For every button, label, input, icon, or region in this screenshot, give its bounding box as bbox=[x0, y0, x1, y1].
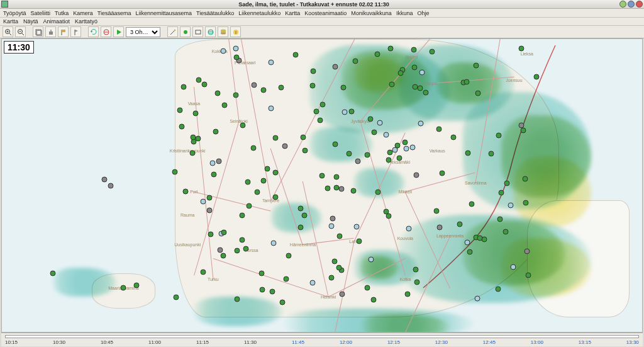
timeline[interactable]: 10:1510:3010:4511:0011:1511:3011:4512:00… bbox=[1, 333, 643, 346]
timeline-tick[interactable]: 11:15 bbox=[196, 339, 209, 347]
weather-station[interactable] bbox=[477, 236, 482, 241]
weather-station[interactable] bbox=[413, 84, 418, 90]
timeline-tick[interactable]: 10:45 bbox=[101, 339, 113, 347]
weather-station[interactable] bbox=[311, 68, 316, 74]
weather-station[interactable] bbox=[286, 253, 292, 259]
weather-station[interactable] bbox=[418, 120, 423, 126]
weather-station[interactable] bbox=[207, 207, 213, 213]
weather-station[interactable] bbox=[260, 287, 265, 292]
weather-station[interactable] bbox=[328, 224, 334, 229]
weather-station[interactable] bbox=[433, 208, 439, 213]
timeline-tick[interactable]: 10:15 bbox=[5, 339, 18, 347]
weather-station[interactable] bbox=[474, 296, 480, 302]
weather-station[interactable] bbox=[465, 150, 470, 156]
menu-item-8[interactable]: Kartta bbox=[284, 10, 301, 16]
weather-station[interactable] bbox=[525, 273, 531, 278]
weather-station[interactable] bbox=[333, 185, 339, 191]
weather-station[interactable] bbox=[386, 213, 392, 219]
menu-item-1[interactable]: Sateliitti bbox=[30, 10, 52, 16]
weather-station[interactable] bbox=[414, 279, 420, 285]
weather-station[interactable] bbox=[298, 224, 304, 230]
weather-station[interactable] bbox=[365, 285, 370, 291]
weather-station[interactable] bbox=[179, 124, 185, 130]
weather-station[interactable] bbox=[398, 71, 404, 76]
weather-station[interactable] bbox=[423, 90, 428, 96]
weather-station[interactable] bbox=[510, 265, 516, 270]
weather-station[interactable] bbox=[334, 174, 340, 179]
weather-station[interactable] bbox=[436, 127, 442, 132]
weather-station[interactable] bbox=[332, 259, 338, 265]
weather-station[interactable] bbox=[353, 224, 359, 230]
weather-station[interactable] bbox=[413, 172, 419, 178]
weather-station[interactable] bbox=[333, 64, 338, 70]
weather-station[interactable] bbox=[259, 270, 265, 276]
menu-item-10[interactable]: Monikuvaikkuna bbox=[350, 10, 393, 16]
weather-station[interactable] bbox=[352, 59, 358, 64]
weather-station[interactable] bbox=[410, 145, 416, 151]
menu-item-9[interactable]: Koosteanimaatio bbox=[303, 10, 348, 16]
weather-station[interactable] bbox=[336, 265, 341, 271]
maximize-button[interactable] bbox=[628, 1, 635, 8]
weather-station[interactable] bbox=[202, 82, 208, 88]
tool-marker-button[interactable] bbox=[70, 26, 81, 37]
weather-station[interactable] bbox=[336, 233, 342, 239]
timeline-tick[interactable]: 11:00 bbox=[148, 339, 161, 347]
timeline-tick[interactable]: 11:30 bbox=[244, 339, 257, 347]
timeline-tick[interactable]: 12:00 bbox=[340, 339, 352, 347]
weather-station[interactable] bbox=[133, 282, 139, 288]
weather-station[interactable] bbox=[211, 171, 217, 177]
weather-station[interactable] bbox=[213, 128, 219, 134]
weather-station[interactable] bbox=[365, 152, 370, 158]
weather-station[interactable] bbox=[368, 116, 374, 122]
weather-station[interactable] bbox=[368, 257, 374, 263]
weather-station[interactable] bbox=[377, 120, 382, 126]
weather-station[interactable] bbox=[439, 171, 445, 176]
weather-station[interactable] bbox=[496, 133, 502, 139]
weather-station[interactable] bbox=[355, 158, 361, 164]
weather-station[interactable] bbox=[233, 93, 239, 98]
weather-station[interactable] bbox=[411, 47, 416, 53]
timeline-track[interactable] bbox=[5, 335, 639, 338]
weather-station[interactable] bbox=[525, 249, 530, 254]
tool-station-button[interactable] bbox=[45, 26, 56, 37]
weather-station[interactable] bbox=[50, 271, 56, 276]
map-viewport[interactable]: 11:30 PietarsaariKokkolaVaasaSeinäjokiJy… bbox=[1, 38, 643, 333]
weather-station[interactable] bbox=[240, 237, 245, 243]
weather-station[interactable] bbox=[502, 229, 508, 234]
menu-item-5[interactable]: Liikennemittausasema bbox=[134, 10, 193, 16]
close-button[interactable] bbox=[636, 1, 643, 8]
submenu-item-1[interactable]: Näytä bbox=[22, 18, 40, 25]
weather-station[interactable] bbox=[389, 81, 395, 87]
weather-station[interactable] bbox=[234, 247, 240, 253]
weather-station[interactable] bbox=[457, 222, 462, 227]
weather-station[interactable] bbox=[519, 45, 525, 51]
timeline-tick[interactable]: 13:30 bbox=[626, 339, 639, 347]
weather-station[interactable] bbox=[300, 134, 306, 140]
weather-station[interactable] bbox=[245, 179, 250, 185]
weather-station[interactable] bbox=[402, 139, 408, 145]
tool-globe-button[interactable] bbox=[205, 26, 216, 37]
weather-station[interactable] bbox=[310, 280, 316, 286]
weather-station[interactable] bbox=[221, 253, 226, 259]
weather-station[interactable] bbox=[482, 236, 487, 242]
weather-station[interactable] bbox=[314, 108, 319, 114]
submenu-item-0[interactable]: Kartta bbox=[2, 18, 19, 25]
weather-station[interactable] bbox=[475, 91, 480, 96]
weather-station[interactable] bbox=[523, 200, 528, 206]
weather-station[interactable] bbox=[450, 134, 456, 140]
submenu-item-2[interactable]: Animaatiot bbox=[42, 18, 72, 25]
menu-item-4[interactable]: Tiesääasema bbox=[96, 10, 133, 16]
weather-station[interactable] bbox=[319, 173, 325, 178]
weather-station[interactable] bbox=[498, 190, 504, 195]
menu-item-3[interactable]: Kamera bbox=[72, 10, 94, 16]
weather-station[interactable] bbox=[270, 241, 276, 246]
timeline-tick[interactable]: 11:45 bbox=[292, 339, 304, 347]
tool-flag-button[interactable] bbox=[58, 26, 69, 37]
weather-station[interactable] bbox=[375, 190, 380, 195]
weather-station[interactable] bbox=[181, 84, 187, 90]
weather-station[interactable] bbox=[243, 246, 248, 252]
weather-station[interactable] bbox=[251, 82, 257, 88]
weather-station[interactable] bbox=[374, 51, 380, 57]
weather-station[interactable] bbox=[250, 145, 256, 151]
weather-station[interactable] bbox=[269, 105, 274, 111]
